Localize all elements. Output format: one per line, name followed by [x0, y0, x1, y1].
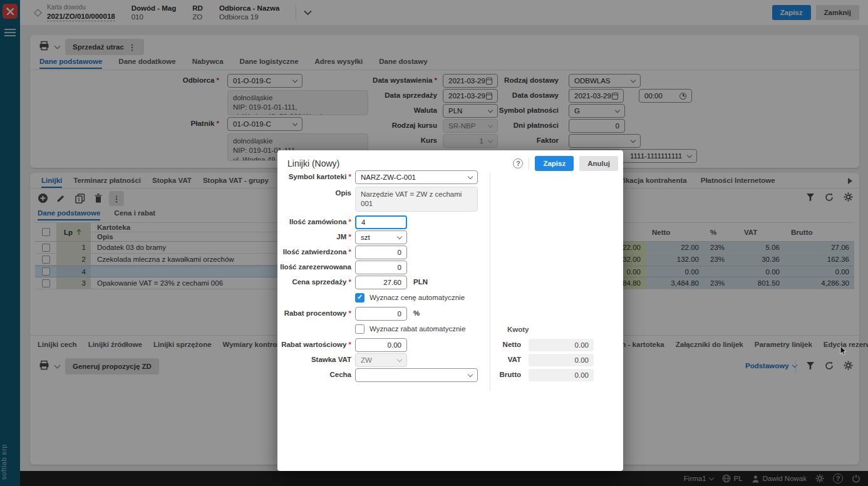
ilosc-zarezerwowana-input[interactable]: 0: [355, 261, 407, 274]
kwoty-title: Kwoty: [507, 326, 529, 333]
stawka-vat-select: ZW: [355, 353, 407, 367]
wyznacz-cene-label: Wyznacz cenę automatycznie: [369, 294, 465, 301]
symbol-kartoteki-select[interactable]: NARZ-ZW-C-001: [355, 170, 478, 184]
symbol-kartoteki-label: Symbol kartoteki: [277, 173, 351, 180]
symbol-kartoteki-value: NARZ-ZW-C-001: [361, 173, 416, 181]
cena-sprzedazy-label: Cena sprzedaży: [277, 278, 351, 286]
jm-label: JM: [277, 233, 351, 240]
jm-select[interactable]: szt: [355, 230, 407, 244]
wyznacz-rabat-label: Wyznacz rabat automatycznie: [369, 325, 465, 333]
ilosc-zarezerwowana-value: 0: [398, 264, 401, 271]
rabat-procentowy-value: 0: [398, 310, 401, 318]
ilosc-zamowiona-input[interactable]: 4: [355, 215, 407, 229]
stawka-vat-label: Stawka VAT: [277, 356, 351, 363]
kwoty-brutto-label: Brutto: [478, 371, 521, 378]
rabat-procentowy-input[interactable]: 0: [355, 307, 407, 321]
wyznacz-cene-checkbox[interactable]: [355, 293, 364, 302]
cena-sprzedazy-value: 27.60: [383, 279, 401, 286]
kwoty-brutto-value: 0.00: [529, 369, 594, 381]
wyznacz-rabat-checkbox[interactable]: [355, 324, 364, 334]
rabat-procentowy-label: Rabat procentowy: [277, 309, 351, 317]
chevron-down-icon: [468, 173, 473, 178]
opis-field: Narzędzie VAT = ZW z cechami 001: [355, 187, 478, 212]
chevron-down-icon: [397, 356, 402, 361]
kwoty-netto-value: 0.00: [529, 339, 594, 351]
kwoty-netto-label: Netto: [478, 341, 521, 348]
ilosc-zatwierdzona-input[interactable]: 0: [355, 246, 407, 259]
ilosc-zatwierdzona-label: Ilość zatwierdzona: [277, 248, 351, 256]
stawka-vat-value: ZW: [361, 356, 372, 364]
rabat-wartosciowy-input[interactable]: 0.00: [355, 338, 407, 352]
ilosc-zarezerwowana-label: Ilość zarezerwowana: [277, 263, 351, 271]
modal-cancel-button[interactable]: Anuluj: [579, 156, 618, 171]
opis-label: Opis: [277, 189, 351, 197]
kwoty-vat-value: 0.00: [529, 354, 594, 366]
modal-save-button[interactable]: Zapisz: [535, 156, 574, 171]
ilosc-zatwierdzona-value: 0: [398, 249, 401, 256]
ilosc-zamowiona-value: 4: [361, 219, 365, 226]
mouse-cursor: [840, 346, 847, 356]
chevron-down-icon: [397, 234, 402, 239]
app-screen: softlab erp Karta dowodu 2021/ZO/010/000…: [0, 0, 868, 486]
currency-suffix: PLN: [413, 278, 428, 286]
rabat-wartosciowy-label: Rabat wartościowy: [277, 341, 351, 348]
line-edit-modal: Linijki (Nowy) Zapisz Anuluj Symbol kart…: [277, 150, 623, 471]
rabat-wartosciowy-value: 0.00: [388, 341, 401, 349]
ilosc-zamowiona-label: Ilość zamówiona: [277, 218, 351, 225]
kwoty-vat-label: VAT: [478, 356, 521, 363]
percent-suffix: %: [413, 309, 420, 317]
cecha-label: Cecha: [277, 371, 351, 378]
help-icon[interactable]: [513, 158, 523, 168]
chevron-down-icon: [468, 371, 473, 376]
divider: [529, 157, 529, 170]
cecha-select[interactable]: [355, 368, 478, 382]
cena-sprzedazy-input[interactable]: 27.60: [355, 276, 407, 289]
modal-title: Linijki (Nowy): [287, 158, 339, 168]
jm-value: szt: [361, 234, 370, 241]
